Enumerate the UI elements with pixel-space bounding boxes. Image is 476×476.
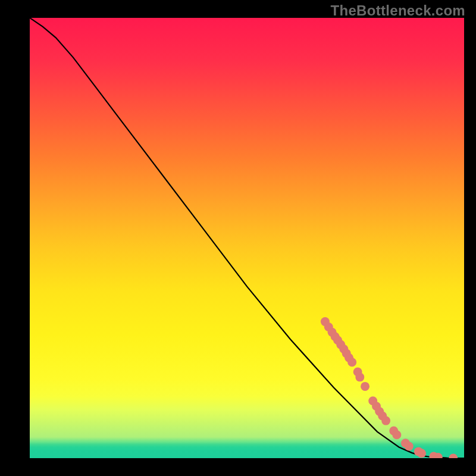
data-point (449, 454, 458, 459)
data-point (381, 416, 390, 425)
main-curve (30, 18, 464, 458)
data-point (361, 382, 369, 391)
watermark-label: TheBottleneck.com (331, 2, 465, 19)
data-point (355, 372, 364, 381)
chart-svg (30, 18, 464, 458)
data-point (392, 430, 401, 439)
data-point (405, 442, 414, 451)
data-point (417, 449, 426, 458)
data-points (321, 317, 458, 458)
chart-container: TheBottleneck.com (0, 0, 476, 476)
plot-area (30, 18, 464, 458)
data-point (347, 358, 356, 367)
